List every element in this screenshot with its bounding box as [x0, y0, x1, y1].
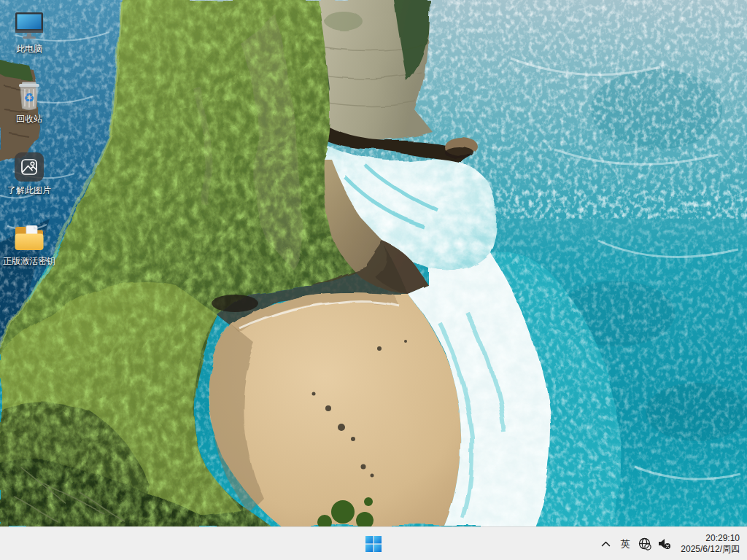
desktop-icon-genuine-activation-key[interactable]: 正版激活密钥 [1, 221, 57, 266]
clock-time: 20:29:10 [705, 533, 740, 544]
windows-logo-icon [365, 536, 382, 552]
desktop-icon-label: 此电脑 [16, 44, 42, 54]
picture-info-icon [12, 150, 47, 184]
wallpaper-image [0, 0, 747, 526]
clock-date: 2025/6/12/周四 [681, 544, 740, 555]
tray-volume-button[interactable] [654, 530, 673, 558]
tray-clock[interactable]: 20:29:10 2025/6/12/周四 [678, 530, 743, 558]
tray-show-hidden-icons-button[interactable] [596, 530, 615, 558]
desktop-icon-learn-about-this-picture[interactable]: 了解此图片 [1, 150, 57, 195]
globe-no-internet-icon [638, 537, 651, 551]
desktop-icon-this-pc[interactable]: 此电脑 [1, 9, 57, 54]
desktop-icon-label: 回收站 [16, 114, 42, 124]
system-tray: 英 20:29:10 2025/6/12/周 [596, 527, 743, 560]
svg-text:♻: ♻ [23, 91, 34, 105]
desktop: 此电脑 ♻ 回收站 了解此图片 [0, 0, 747, 560]
start-button[interactable] [359, 529, 388, 559]
taskbar: 英 20:29:10 2025/6/12/周 [0, 526, 747, 560]
tray-input-language-button[interactable]: 英 [615, 530, 635, 558]
desktop-icon-label: 了解此图片 [7, 185, 51, 195]
desktop-icon-recycle-bin[interactable]: ♻ 回收站 [1, 79, 57, 124]
speaker-muted-icon [657, 537, 671, 550]
this-pc-icon [12, 9, 47, 42]
tray-network-button[interactable] [635, 530, 654, 558]
recycle-bin-icon: ♻ [12, 79, 47, 112]
folder-icon [12, 221, 47, 254]
desktop-icon-label: 正版激活密钥 [3, 256, 55, 266]
chevron-up-icon [601, 541, 611, 547]
